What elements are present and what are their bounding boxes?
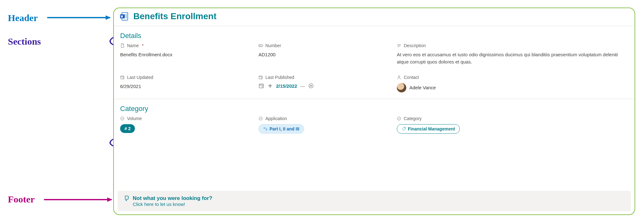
annotation-header-label: Header: [8, 13, 38, 23]
svg-rect-14: [259, 76, 263, 79]
svg-rect-11: [121, 76, 124, 79]
svg-rect-13: [123, 78, 124, 79]
avatar[interactable]: [397, 83, 406, 92]
field-last-updated-label: Last Updated: [127, 75, 153, 80]
check-circle-icon: [258, 116, 263, 121]
application-badge-text: Part I, II and III: [269, 126, 299, 131]
file-icon: [120, 43, 125, 48]
required-asterisk: *: [142, 43, 143, 48]
field-volume-label: Volume: [127, 116, 142, 121]
category-grid: Volume # 2 Application Part I, II and II…: [114, 116, 635, 140]
volume-badge-text: # 2: [125, 126, 130, 131]
svg-point-26: [121, 117, 124, 120]
plus-icon[interactable]: [267, 83, 273, 89]
lines-icon: [397, 43, 401, 48]
calendar-icon: [258, 75, 263, 80]
svg-point-31: [404, 128, 405, 129]
section-heading-category: Category: [114, 99, 635, 116]
field-application-label: Application: [265, 116, 287, 121]
annotation-sections-label: Sections: [8, 36, 41, 47]
field-description: Description At vero eos et accusamus et …: [397, 43, 628, 65]
calendar-picker-icon[interactable]: [258, 83, 264, 89]
field-last-updated-value[interactable]: 6/29/2021: [120, 83, 252, 90]
annotation-header-arrow: [47, 17, 110, 18]
field-category: Category Financial Management: [397, 116, 628, 134]
calendar-icon: [120, 75, 125, 80]
annotation-footer-arrow: [44, 199, 112, 200]
field-name-label: Name: [127, 43, 139, 48]
clear-date-icon[interactable]: [308, 83, 314, 89]
form-panel: Benefits Enrollment Details Name * Benef…: [113, 8, 635, 215]
field-last-published: Last Published 2/15/2022 —: [258, 75, 391, 92]
separator-dash: —: [300, 83, 305, 89]
svg-rect-19: [262, 86, 263, 87]
panel-header: Benefits Enrollment: [114, 8, 635, 26]
field-name: Name * Benefits Enrollment.docx: [120, 43, 252, 65]
svg-point-29: [266, 129, 267, 130]
field-number-value[interactable]: AD1200: [258, 51, 391, 58]
field-contact: Contact Adele Vance: [397, 75, 628, 92]
svg-rect-16: [261, 78, 262, 79]
flow-icon: [263, 127, 268, 131]
field-description-label: Description: [404, 43, 426, 48]
field-last-published-label: Last Published: [265, 75, 294, 80]
annotation-footer-label: Footer: [8, 194, 35, 205]
field-number: Abc Number AD1200: [258, 43, 391, 65]
check-circle-icon: [397, 116, 401, 121]
field-contact-value[interactable]: Adele Vance: [409, 84, 436, 91]
check-circle-icon: [120, 116, 125, 121]
field-description-value[interactable]: At vero eos et accusamus et iusto odio d…: [397, 51, 628, 65]
field-contact-label: Contact: [404, 75, 419, 80]
application-badge[interactable]: Part I, II and III: [258, 124, 304, 134]
abc-icon: Abc: [258, 43, 263, 48]
footer-feedback-link[interactable]: Click here to let us know!: [133, 202, 185, 207]
category-badge[interactable]: Financial Management: [397, 124, 460, 134]
field-application: Application Part I, II and III: [258, 116, 391, 134]
page-title: Benefits Enrollment: [133, 11, 216, 21]
volume-badge[interactable]: # 2: [120, 124, 135, 133]
svg-point-30: [397, 117, 401, 120]
svg-point-28: [264, 128, 265, 129]
svg-point-27: [259, 117, 263, 120]
field-last-updated: Last Updated 6/29/2021: [120, 75, 252, 92]
field-number-label: Number: [265, 43, 281, 48]
field-category-label: Category: [404, 116, 422, 121]
panel-footer: Not what you were looking for? Click her…: [118, 191, 631, 211]
svg-rect-17: [259, 84, 264, 88]
svg-text:Abc: Abc: [259, 45, 262, 47]
thumbs-down-icon: [123, 195, 130, 202]
field-volume: Volume # 2: [120, 116, 252, 134]
details-grid: Name * Benefits Enrollment.docx Abc Numb…: [114, 43, 635, 99]
svg-point-25: [398, 76, 400, 77]
person-icon: [397, 75, 401, 80]
field-name-value[interactable]: Benefits Enrollment.docx: [120, 51, 252, 58]
field-last-published-value[interactable]: 2/15/2022: [276, 83, 297, 89]
section-heading-details: Details: [114, 26, 635, 43]
word-doc-icon: [119, 12, 129, 21]
tag-icon: [402, 127, 406, 131]
footer-question: Not what you were looking for?: [133, 195, 212, 202]
category-badge-text: Financial Management: [408, 126, 455, 131]
